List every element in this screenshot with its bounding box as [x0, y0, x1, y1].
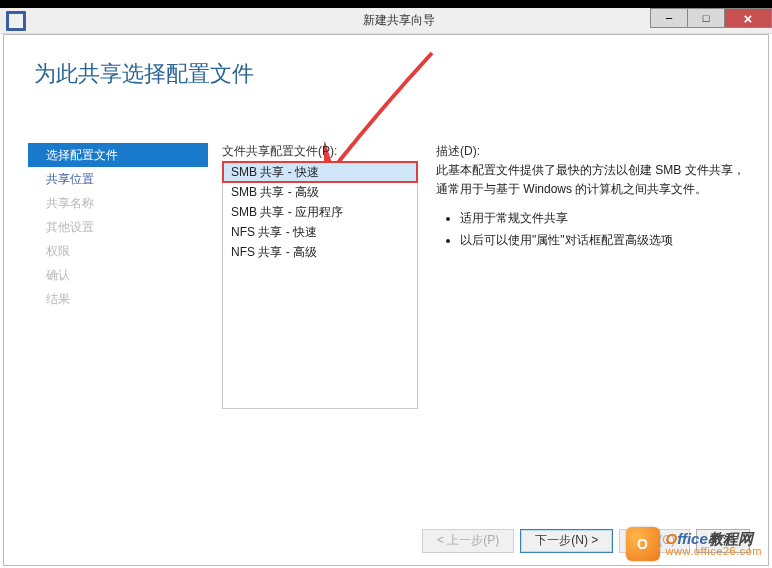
- nav-step-share-name: 共享名称: [28, 191, 208, 215]
- create-button: 创建(C): [619, 529, 690, 553]
- wizard-footer: < 上一步(P) 下一步(N) > 创建(C) 取消: [4, 523, 768, 557]
- maximize-button[interactable]: [687, 8, 725, 28]
- wizard-nav: 选择配置文件 共享位置 共享名称 其他设置 权限 确认 结果: [28, 143, 208, 311]
- cancel-button[interactable]: 取消: [696, 529, 750, 553]
- title-bar: 新建共享向导: [0, 8, 772, 34]
- previous-button: < 上一步(P): [422, 529, 514, 553]
- nav-step-share-location[interactable]: 共享位置: [28, 167, 208, 191]
- nav-step-result: 结果: [28, 287, 208, 311]
- wizard-client-area: 为此共享选择配置文件 选择配置文件 共享位置 共享名称 其他设置 权限 确认 结…: [3, 34, 769, 566]
- close-button[interactable]: [724, 8, 772, 28]
- window-controls: [651, 8, 772, 33]
- nav-step-permissions: 权限: [28, 239, 208, 263]
- description-label: 描述(D):: [436, 143, 480, 160]
- profile-item-smb-advanced[interactable]: SMB 共享 - 高级: [223, 182, 417, 202]
- profile-item-smb-app[interactable]: SMB 共享 - 应用程序: [223, 202, 417, 222]
- page-title: 为此共享选择配置文件: [34, 59, 254, 89]
- top-black-strip: [0, 0, 772, 8]
- profile-item-smb-quick[interactable]: SMB 共享 - 快速: [223, 162, 417, 182]
- profile-list[interactable]: SMB 共享 - 快速 SMB 共享 - 高级 SMB 共享 - 应用程序 NF…: [222, 161, 418, 409]
- description-text: 此基本配置文件提供了最快的方法以创建 SMB 文件共享，通常用于与基于 Wind…: [436, 161, 748, 199]
- next-button[interactable]: 下一步(N) >: [520, 529, 613, 553]
- nav-step-confirm: 确认: [28, 263, 208, 287]
- nav-step-select-profile[interactable]: 选择配置文件: [28, 143, 208, 167]
- annotation-arrow: [324, 45, 444, 175]
- description-bullet-2: 以后可以使用"属性"对话框配置高级选项: [460, 231, 748, 250]
- profile-item-nfs-quick[interactable]: NFS 共享 - 快速: [223, 222, 417, 242]
- app-icon: [6, 11, 26, 31]
- description-box: 此基本配置文件提供了最快的方法以创建 SMB 文件共享，通常用于与基于 Wind…: [436, 161, 748, 252]
- nav-step-other-settings: 其他设置: [28, 215, 208, 239]
- minimize-button[interactable]: [650, 8, 688, 28]
- description-bullet-1: 适用于常规文件共享: [460, 209, 748, 228]
- profile-list-label: 文件共享配置文件(P):: [222, 143, 337, 160]
- profile-item-nfs-advanced[interactable]: NFS 共享 - 高级: [223, 242, 417, 262]
